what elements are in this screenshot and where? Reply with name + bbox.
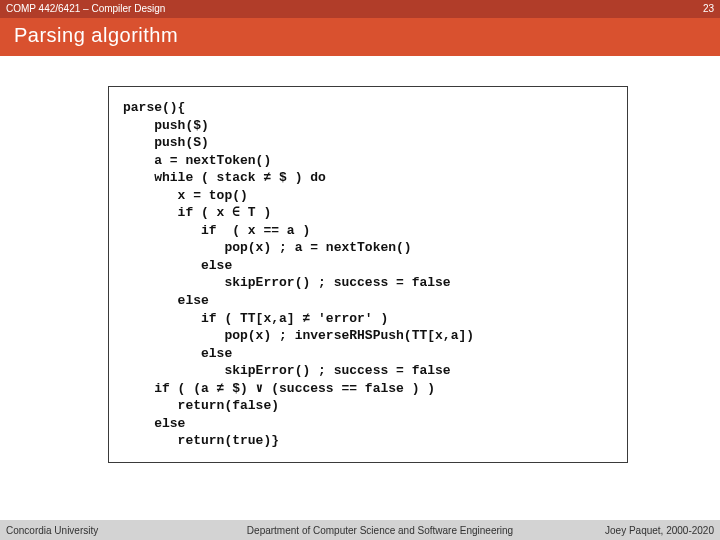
slide-title: Parsing algorithm	[14, 24, 178, 46]
code-box: parse(){ push($) push(S) a = nextToken()…	[108, 86, 628, 463]
content-area: parse(){ push($) push(S) a = nextToken()…	[0, 56, 720, 463]
footer-right: Joey Paquet, 2000-2020	[574, 525, 714, 536]
course-label: COMP 442/6421 – Compiler Design	[6, 0, 165, 18]
footer-bar: Concordia University Department of Compu…	[0, 520, 720, 540]
page-number: 23	[703, 0, 714, 18]
slide-title-bar: Parsing algorithm	[0, 18, 720, 56]
algorithm-code: parse(){ push($) push(S) a = nextToken()…	[123, 99, 613, 450]
top-bar: COMP 442/6421 – Compiler Design 23	[0, 0, 720, 18]
footer-center: Department of Computer Science and Softw…	[186, 525, 574, 536]
footer-left: Concordia University	[6, 525, 186, 536]
